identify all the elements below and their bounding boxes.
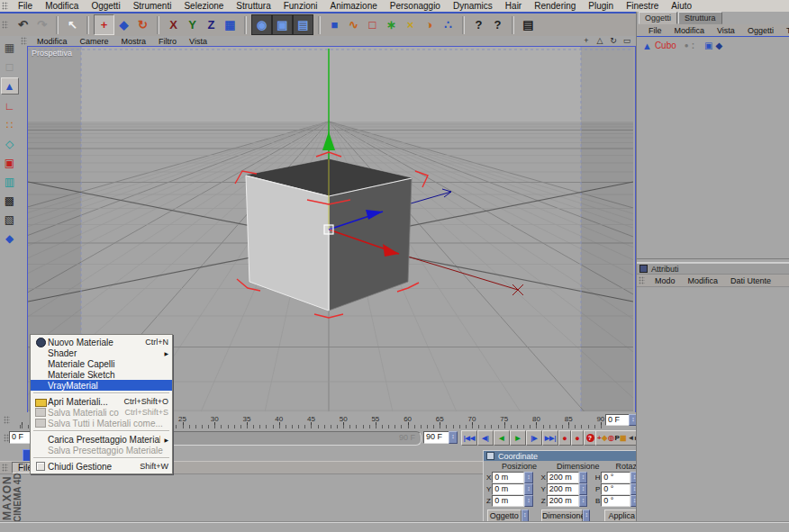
zoom-view-icon[interactable]: △	[594, 36, 605, 46]
tab-struttura[interactable]: Struttura	[678, 12, 722, 24]
polygons-mode-icon[interactable]: ▣	[2, 155, 18, 170]
object-menu-vista[interactable]: Vista	[711, 26, 741, 35]
play-forward-button[interactable]: ▶	[510, 430, 526, 446]
scale-tool-icon[interactable]: ◆	[114, 15, 133, 34]
dimensione-x-spinner[interactable]: ↕	[579, 472, 587, 483]
undo-icon[interactable]: ↶	[14, 15, 32, 34]
viewport-menu-mostra[interactable]: Mostra	[115, 37, 153, 46]
context-item-salva-presettaggio-materiale[interactable]: Salva Presettaggio Materiale	[31, 445, 172, 455]
timeline-grip[interactable]	[4, 416, 10, 424]
lock-x-axis-icon[interactable]: X	[164, 15, 183, 34]
cube-object-icon[interactable]: ▲	[642, 41, 652, 51]
object-mode-icon[interactable]: ▲	[1, 77, 19, 95]
object-row-cubo[interactable]: ▲ Cubo ● : ▣ ◆	[637, 40, 789, 51]
points-mode-icon[interactable]: ∷	[2, 117, 18, 132]
attributes-grip[interactable]	[639, 276, 645, 284]
viewport-menu-grip[interactable]	[21, 37, 27, 45]
end-frame-field[interactable]: 0 F	[605, 414, 630, 426]
dimensione-button[interactable]: Dimensione	[541, 509, 583, 522]
rotate-view-icon[interactable]: ↻	[608, 36, 619, 46]
range-end-spinner[interactable]: ↕	[449, 431, 458, 444]
add-boole-icon[interactable]: ×	[401, 15, 420, 34]
menubar-item-rendering[interactable]: Rendering	[528, 1, 582, 11]
rotate-tool-icon[interactable]: ↻	[133, 15, 152, 34]
context-item-materiale-capelli[interactable]: Materiale Capelli	[31, 358, 172, 369]
sound-toggle[interactable]: ◄	[627, 434, 634, 442]
texture-mode-icon[interactable]: ▩	[2, 193, 18, 208]
object-menu-file[interactable]: File	[642, 26, 668, 35]
record-keyframe-button[interactable]: ●	[558, 430, 571, 446]
menubar-item-oggetti[interactable]: Oggetti	[85, 1, 126, 11]
menubar-item-animazione[interactable]: Animazione	[324, 1, 384, 11]
oggetto-spinner[interactable]: ↕	[521, 509, 529, 522]
move-tool-icon[interactable]: +	[94, 14, 114, 35]
viewport-menu-camere[interactable]: Camere	[74, 37, 115, 46]
toggle-view-icon[interactable]: ▭	[621, 36, 632, 46]
menubar-item-file[interactable]: File	[12, 1, 39, 11]
object-tag-icon-a[interactable]: ▣	[704, 41, 712, 50]
pan-view-icon[interactable]: +	[581, 36, 592, 46]
dimensione-z-field[interactable]: 200 m	[547, 495, 579, 507]
next-frame-button[interactable]: |▶	[526, 430, 542, 446]
live-selection-icon[interactable]: ↖	[63, 15, 82, 34]
context-help-icon[interactable]: ?	[488, 15, 507, 34]
attributes-menu-modo[interactable]: Modo	[648, 276, 682, 285]
object-tag-icon-b[interactable]: ◆	[715, 41, 722, 50]
viewport-menu-filtro[interactable]: Filtro	[152, 37, 183, 46]
dimensione-z-spinner[interactable]: ↕	[579, 495, 587, 507]
render-settings-icon[interactable]: ▤	[293, 14, 313, 35]
visibility-dot-editor[interactable]: ●	[685, 41, 689, 50]
toolbar-grip[interactable]	[2, 21, 8, 29]
rotazione-h-field[interactable]: 0 °	[601, 472, 630, 483]
dimensione-x-field[interactable]: 200 m	[547, 472, 579, 483]
model-mode-icon[interactable]: ◻	[2, 59, 18, 74]
prev-frame-button[interactable]: ◀|	[477, 430, 494, 446]
menubar-item-plugin[interactable]: Plugin	[582, 1, 620, 11]
posizione-x-spinner[interactable]: ↕	[524, 472, 532, 483]
menubar-item-hair[interactable]: Hair	[499, 1, 528, 11]
dimensione-y-spinner[interactable]: ↕	[579, 483, 587, 495]
attributes-menu-modifica[interactable]: Modifica	[682, 276, 725, 285]
play-backward-button[interactable]: ◀	[494, 430, 510, 446]
help-pointer-icon[interactable]: ?	[469, 15, 488, 34]
dimensione-spinner[interactable]: ↕	[583, 509, 590, 522]
menubar-item-selezione[interactable]: Selezione	[177, 1, 230, 11]
posizione-z-field[interactable]: 0 m	[492, 495, 524, 507]
menubar-item-finestre[interactable]: Finestre	[620, 1, 665, 11]
render-view-icon[interactable]: ◉	[251, 14, 272, 35]
context-item-nuovo-materiale[interactable]: Nuovo MaterialeCtrl+N	[31, 337, 172, 347]
range-end-field[interactable]: 90 F	[423, 431, 450, 444]
animation-mode-icon[interactable]: ◆	[2, 230, 18, 246]
object-menu-tag[interactable]: Tag	[780, 26, 789, 35]
context-item-vraymaterial[interactable]: VrayMaterial	[31, 380, 172, 391]
visibility-dot-render[interactable]: :	[692, 41, 694, 50]
add-array-icon[interactable]: ∗	[382, 15, 401, 34]
viewport-menu-vista[interactable]: Vista	[183, 37, 213, 46]
axis-mode-icon[interactable]: ∟	[2, 98, 18, 113]
record-options-button[interactable]: ?	[584, 430, 596, 446]
context-item-salva-materiali-come[interactable]: Salva Materiali come...Ctrl+Shift+S	[31, 407, 172, 418]
context-item-chiudi-gestione[interactable]: Chiudi GestioneShift+W	[31, 461, 172, 472]
posizione-y-field[interactable]: 0 m	[492, 483, 524, 495]
object-list-empty[interactable]	[637, 51, 789, 258]
add-hypernurbs-icon[interactable]: □	[363, 15, 382, 34]
key-scale-toggle[interactable]: ◆	[602, 434, 607, 442]
add-primitive-icon[interactable]: ■	[325, 15, 344, 34]
redo-icon[interactable]: ↷	[32, 15, 51, 34]
add-spline-icon[interactable]: ∿	[344, 15, 363, 34]
posizione-z-spinner[interactable]: ↕	[524, 495, 532, 507]
uv-polygons-mode-icon[interactable]: ▥	[2, 174, 18, 189]
layout-manager-icon[interactable]: ▤	[519, 15, 538, 34]
applica-button[interactable]: Applica	[604, 509, 639, 522]
menubar-item-aiuto[interactable]: Aiuto	[665, 1, 698, 11]
posizione-y-spinner[interactable]: ↕	[524, 483, 532, 495]
attributes-menu-dati-utente[interactable]: Dati Utente	[724, 276, 777, 285]
menubar-grip[interactable]	[2, 2, 8, 10]
object-label[interactable]: Cubo	[655, 41, 676, 50]
viewport-menu-modifica[interactable]: Modifica	[31, 37, 74, 46]
key-pla-toggle[interactable]: ▦	[620, 434, 627, 442]
context-item-shader[interactable]: Shader▶	[31, 347, 172, 358]
context-item-carica-presettaggio-materiale[interactable]: Carica Presettaggio Materiale▶	[31, 434, 172, 445]
context-item-apri-materiali[interactable]: Apri Materiali...Ctrl+Shift+O	[31, 396, 172, 407]
menubar-item-strumenti[interactable]: Strumenti	[127, 1, 178, 11]
